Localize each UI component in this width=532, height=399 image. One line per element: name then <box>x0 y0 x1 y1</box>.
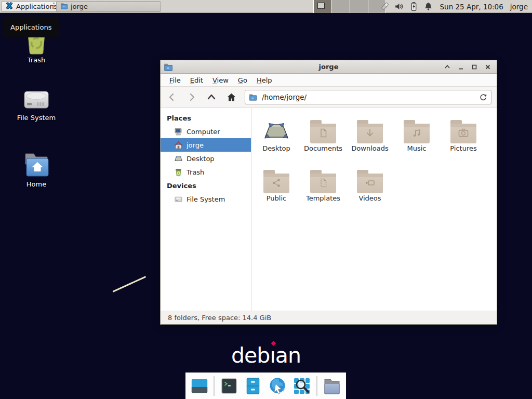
computer-icon <box>174 127 183 136</box>
path-input[interactable] <box>245 90 491 104</box>
applications-menu-button[interactable]: Applications <box>1 1 61 12</box>
file-pictures[interactable]: Pictures <box>440 113 487 163</box>
terminal-launcher[interactable] <box>219 376 238 396</box>
file-music[interactable]: Music <box>393 113 440 163</box>
arrow-down-emblem-icon <box>364 127 376 140</box>
sidebar-header-devices: Devices <box>161 179 251 192</box>
file-documents[interactable]: Documents <box>300 113 347 163</box>
debian-diamond-icon: ◆ <box>271 339 275 347</box>
file-desktop[interactable]: Desktop <box>253 113 300 163</box>
dock-separator <box>316 376 317 396</box>
file-videos[interactable]: Videos <box>347 163 393 213</box>
panel-separator-handle <box>53 3 55 10</box>
up-button[interactable] <box>203 89 220 105</box>
file-label: Videos <box>358 194 381 202</box>
file-downloads[interactable]: Downloads <box>347 113 393 163</box>
sidebar-item-trash[interactable]: Trash <box>161 165 251 179</box>
camera-emblem-icon <box>457 127 470 141</box>
statusbar: 8 folders, Free space: 14.4 GiB <box>161 311 497 324</box>
sidebar-item-label: jorge <box>187 141 204 149</box>
window-titlebar[interactable]: jorge <box>161 60 497 74</box>
desktop-icon-label: Trash <box>4 56 69 64</box>
sidebar: PlacesComputerjorgeDesktopTrashDevicesFi… <box>161 108 251 311</box>
share-emblem-icon <box>271 177 282 190</box>
desktop-icon-home[interactable]: Home <box>4 152 69 188</box>
maximize-button[interactable] <box>471 63 477 70</box>
desktop-icon-filesystem[interactable]: File System <box>4 87 69 122</box>
file-label: Music <box>407 144 427 152</box>
sidebar-item-label: Computer <box>187 128 220 136</box>
workspace-2[interactable] <box>331 0 350 13</box>
workspace-3[interactable] <box>350 0 368 13</box>
minimize-button[interactable] <box>457 63 464 70</box>
show-desktop-launcher[interactable] <box>190 376 209 396</box>
panel-username[interactable]: jorge <box>510 3 528 11</box>
sidebar-item-computer[interactable]: Computer <box>161 125 251 138</box>
workspace-switcher[interactable] <box>313 0 386 13</box>
removable-device-icon[interactable] <box>380 2 390 11</box>
file-icon <box>309 163 338 193</box>
video-emblem-icon <box>364 177 376 191</box>
toolbar <box>161 87 497 108</box>
menu-help[interactable]: Help <box>252 75 277 86</box>
sidebar-item-label: Trash <box>187 168 204 176</box>
folder-icon <box>357 124 383 143</box>
folder-icon <box>263 174 289 193</box>
applications-tooltip: Applications <box>4 17 59 37</box>
menu-file[interactable]: File <box>165 75 185 86</box>
sidebar-item-label: File System <box>187 195 225 203</box>
file-label: Templates <box>306 194 340 202</box>
file-label: Public <box>267 194 286 202</box>
home-icon <box>174 141 183 150</box>
sidebar-item-jorge[interactable]: jorge <box>161 138 251 152</box>
home-button[interactable] <box>223 89 240 105</box>
file-icon <box>402 113 431 143</box>
path-folder-icon <box>249 93 257 101</box>
file-public[interactable]: Public <box>253 163 300 213</box>
folder-launcher-launcher[interactable] <box>322 376 342 396</box>
page-emblem-icon <box>317 127 329 140</box>
shade-button[interactable] <box>444 63 450 70</box>
forward-button[interactable] <box>183 89 200 105</box>
file-label: Desktop <box>262 144 290 152</box>
notifications-icon[interactable] <box>423 2 433 11</box>
menu-go[interactable]: Go <box>233 75 252 86</box>
file-templates[interactable]: Templates <box>300 163 347 213</box>
file-cabinet-launcher[interactable] <box>244 376 263 396</box>
file-icon <box>262 163 291 193</box>
top-panel: Applications jorge Sun 25 Apr, 10:06 jor… <box>0 0 532 13</box>
system-tray <box>380 2 433 11</box>
taskbar-window-button[interactable]: jorge <box>56 1 161 12</box>
workspace-window-thumb <box>317 3 325 9</box>
desktop-folder-icon <box>263 121 290 143</box>
panel-status-area: Sun 25 Apr, 10:06 jorge <box>380 0 532 13</box>
battery-icon[interactable] <box>409 2 419 11</box>
menu-edit[interactable]: Edit <box>185 75 208 86</box>
location-bar <box>245 90 491 104</box>
taskbar-window-label: jorge <box>71 3 88 10</box>
statusbar-text: 8 folders, Free space: 14.4 GiB <box>168 314 271 322</box>
desktop-icon <box>174 154 183 163</box>
trash-icon <box>174 168 183 177</box>
app-finder-launcher[interactable] <box>292 376 312 396</box>
file-list-view[interactable]: DesktopDocumentsDownloadsMusicPicturesPu… <box>252 108 497 311</box>
folder-icon <box>357 174 383 193</box>
music-emblem-icon <box>411 127 422 140</box>
file-label: Downloads <box>351 144 388 152</box>
panel-clock[interactable]: Sun 25 Apr, 10:06 <box>440 3 503 11</box>
folder-icon <box>404 124 430 143</box>
menu-view[interactable]: View <box>208 75 233 86</box>
sidebar-item-desktop[interactable]: Desktop <box>161 152 251 165</box>
volume-icon[interactable] <box>394 2 404 11</box>
file-icon <box>355 163 384 193</box>
back-button[interactable] <box>164 89 180 105</box>
workspace-1[interactable] <box>313 0 331 13</box>
reload-icon[interactable] <box>477 92 489 102</box>
web-browser-launcher[interactable] <box>268 376 287 396</box>
applications-label: Applications <box>16 3 57 10</box>
file-icon <box>309 113 338 143</box>
sidebar-item-file-system[interactable]: File System <box>161 192 251 206</box>
close-button[interactable] <box>484 63 491 70</box>
file-icon <box>355 113 384 143</box>
filesystem-icon <box>4 87 69 112</box>
